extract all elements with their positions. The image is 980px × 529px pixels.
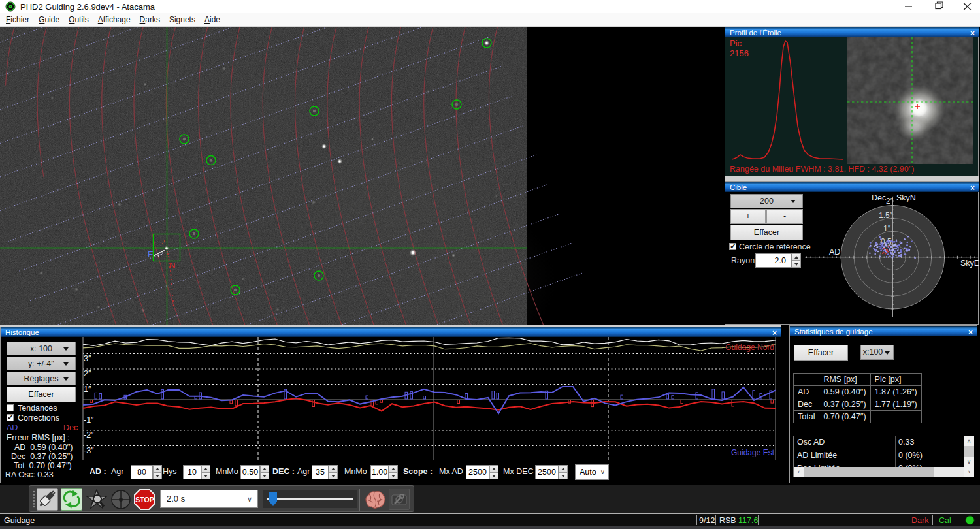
svg-text:2″: 2″: [84, 369, 91, 378]
svg-text:1″: 1″: [84, 385, 91, 394]
svg-text:E: E: [148, 249, 154, 259]
svg-text:-2″: -2″: [84, 430, 94, 440]
svg-text:2″: 2″: [886, 197, 894, 206]
svg-text:-3″: -3″: [84, 446, 94, 455]
svg-text:Dec: Dec: [872, 193, 886, 202]
svg-text:1.5″: 1.5″: [879, 211, 893, 220]
svg-text:-1″: -1″: [84, 415, 94, 425]
svg-text:SkyN: SkyN: [896, 193, 916, 202]
svg-text:SkyE: SkyE: [960, 259, 979, 268]
svg-text:Guidage Nord: Guidage Nord: [725, 343, 774, 352]
svg-text:STOP: STOP: [135, 496, 154, 504]
svg-text:N: N: [169, 261, 175, 270]
svg-text:AD: AD: [829, 248, 840, 257]
svg-text:3″: 3″: [84, 354, 91, 363]
svg-text:1″: 1″: [883, 224, 891, 233]
svg-text:Guidage Est: Guidage Est: [731, 448, 775, 457]
